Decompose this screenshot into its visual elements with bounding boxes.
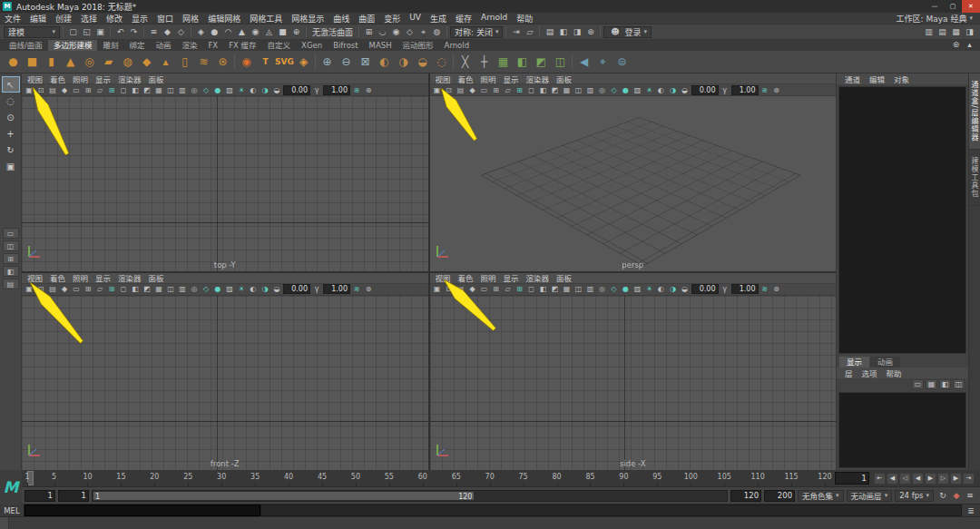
extrude-icon[interactable]: ◧	[513, 53, 532, 72]
animation-start-field[interactable]	[24, 490, 55, 502]
lock-camera-icon[interactable]: ⊡	[35, 84, 46, 95]
poly-torus-icon[interactable]: ◎	[80, 53, 99, 72]
open-scene-icon[interactable]: ◱	[80, 25, 93, 39]
film-gate-icon[interactable]: ◻	[526, 284, 537, 295]
type-tool-icon[interactable]: T	[256, 53, 275, 72]
lock-camera-icon[interactable]: ⊡	[444, 284, 455, 295]
wireframe-icon[interactable]: ◇	[201, 284, 211, 295]
field-chart-icon[interactable]: ▦	[153, 84, 164, 95]
menu-item-网格工具[interactable]: 网格工具	[245, 13, 287, 24]
vp-menu-照明[interactable]: 照明	[69, 273, 92, 284]
safe-title-icon[interactable]: ▥	[585, 284, 596, 295]
layer-options-icon[interactable]: ◫	[953, 379, 965, 389]
playback-end-field[interactable]	[730, 490, 761, 502]
layout-two-pane[interactable]: ◫	[3, 240, 19, 251]
shadows-icon[interactable]: ◐	[656, 84, 667, 95]
safe-action-icon[interactable]: ◫	[165, 284, 176, 295]
select-camera-icon[interactable]: ▣	[24, 84, 34, 95]
shelf-tab-XGen[interactable]: XGen	[296, 40, 328, 51]
mask-handles-icon[interactable]: ◈	[194, 25, 208, 39]
grid-toggle-icon[interactable]: ⊞	[106, 84, 117, 95]
field-chart-icon[interactable]: ▦	[562, 84, 573, 95]
layer-menu-帮助[interactable]: 帮助	[883, 367, 906, 378]
menu-item-创建[interactable]: 创建	[51, 13, 76, 24]
save-scene-icon[interactable]: ▣	[93, 25, 107, 39]
input-connections-icon[interactable]: ⇥	[509, 25, 523, 39]
bridge-icon[interactable]: ◫	[551, 53, 570, 72]
resolution-gate-icon[interactable]: ◧	[130, 84, 141, 95]
connect-icon[interactable]: ┼	[475, 53, 494, 72]
textured-icon[interactable]: ▨	[632, 284, 643, 295]
render-settings-icon[interactable]: ⊛	[583, 25, 597, 39]
poly-cylinder-icon[interactable]: ▮	[42, 53, 61, 72]
snap-to-point-icon[interactable]: ◉	[389, 25, 403, 39]
step-forward-frame-button[interactable]: ▶	[950, 473, 962, 485]
shelf-tab-运动图形[interactable]: 运动图形	[397, 40, 439, 51]
step-back-key-button[interactable]: ◁	[899, 473, 911, 485]
menu-item-生成[interactable]: 生成	[426, 13, 451, 24]
poly-pyramid-icon[interactable]: ▴	[156, 53, 175, 72]
grease-pencil-icon[interactable]: ▱	[503, 284, 514, 295]
go-to-start-button[interactable]: ⇤	[874, 473, 886, 485]
gamma-field[interactable]: 1.00	[731, 85, 759, 95]
viewport-canvas-top[interactable]: top -Y	[22, 96, 428, 271]
playback-start-field[interactable]	[58, 490, 89, 502]
gamma-field[interactable]: 1.00	[323, 85, 350, 95]
exposure-field[interactable]: 0.00	[691, 284, 719, 294]
mask-deformers-icon[interactable]: ◉	[249, 25, 262, 39]
renderer-options-icon[interactable]: ⊛	[771, 84, 782, 95]
menu-item-网格显示[interactable]: 网格显示	[287, 13, 328, 24]
grid-toggle-icon[interactable]: ⊞	[514, 84, 525, 95]
renderer-options-icon[interactable]: ⊛	[363, 284, 374, 295]
poly-cone-icon[interactable]: ▲	[61, 53, 80, 72]
close-button[interactable]: ✕	[962, 0, 980, 13]
shelf-tab-自定义[interactable]: 自定义	[262, 40, 297, 51]
grid-toggle-icon[interactable]: ⊞	[514, 284, 525, 295]
viewport-canvas-side[interactable]: side -X	[430, 296, 837, 471]
menu-item-文件[interactable]: 文件	[0, 13, 25, 24]
auto-keyframe-icon[interactable]: ◆	[950, 490, 963, 502]
modeling-toolkit-tab[interactable]: 建模工具包	[969, 150, 980, 206]
mask-misc-icon[interactable]: ⊕	[289, 25, 303, 39]
lock-camera-icon[interactable]: ⊡	[35, 284, 46, 295]
camera-attributes-icon[interactable]: ▤	[47, 284, 58, 295]
boolean-intersection-icon[interactable]: ◒	[413, 53, 432, 72]
select-tool[interactable]: ↖	[3, 77, 19, 92]
exposure-field[interactable]: 0.00	[283, 284, 310, 294]
workspace-selector[interactable]: 工作区: Maya 经典 ▾	[888, 13, 980, 24]
menu-item-窗口[interactable]: 窗口	[152, 13, 178, 24]
poly-disc-icon[interactable]: ◍	[118, 53, 137, 72]
shelf-tab-多边形建模[interactable]: 多边形建模	[48, 40, 98, 51]
vp-menu-照明[interactable]: 照明	[477, 73, 500, 84]
shelf-tab-渲染[interactable]: 渲染	[176, 40, 202, 51]
combine-icon[interactable]: ⊕	[318, 53, 337, 72]
motion-blur-icon[interactable]: ◒	[271, 84, 282, 95]
shelf-tab-Arnold[interactable]: Arnold	[439, 40, 475, 51]
mask-surfaces-icon[interactable]: ▲	[235, 25, 249, 39]
anti-aliasing-icon[interactable]: ≋	[760, 284, 770, 295]
vp-menu-渲染器[interactable]: 渲染器	[114, 273, 145, 284]
attribute-editor-toggle-icon[interactable]: ▥	[922, 25, 936, 39]
select-hierarchy-icon[interactable]: ≡	[147, 25, 161, 39]
isolate-select-icon[interactable]: ◎	[189, 84, 200, 95]
vp-menu-着色[interactable]: 着色	[46, 273, 69, 284]
shelf-tab-Bifrost[interactable]: Bifrost	[328, 40, 363, 51]
vp-menu-显示[interactable]: 显示	[500, 273, 523, 284]
menu-item-网格[interactable]: 网格	[178, 13, 203, 24]
vp-menu-视图[interactable]: 视图	[24, 73, 46, 84]
image-plane-icon[interactable]: ▭	[479, 84, 490, 95]
ultra-shape-icon[interactable]: ◈	[294, 53, 313, 72]
mask-joints-icon[interactable]: ●	[208, 25, 221, 39]
menu-item-选择[interactable]: 选择	[76, 13, 102, 24]
vp-menu-着色[interactable]: 着色	[455, 273, 477, 284]
playback-loop-icon[interactable]: ↻	[936, 490, 949, 502]
symmetrize-icon[interactable]: ⊜	[612, 53, 632, 72]
minimize-button[interactable]: —	[926, 0, 944, 13]
screen-space-ao-icon[interactable]: ◑	[260, 84, 270, 95]
animation-preferences-icon[interactable]: ≡	[964, 490, 976, 502]
quad-draw-icon[interactable]: ▦	[494, 53, 513, 72]
symmetry-dropdown[interactable]: 对称: 关闭▾	[450, 26, 503, 38]
poly-plane-icon[interactable]: ▰	[99, 53, 118, 72]
gate-mask-icon[interactable]: ◩	[550, 84, 561, 95]
undo-icon[interactable]: ↶	[113, 25, 127, 39]
